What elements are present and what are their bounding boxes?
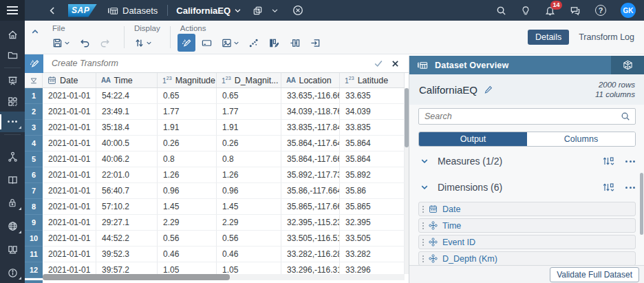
drag-handle-icon[interactable]: [422, 222, 424, 229]
table-cell[interactable]: 33.635: [340, 88, 405, 104]
table-cell[interactable]: 33.835: [340, 120, 405, 136]
avatar[interactable]: GK: [621, 3, 636, 18]
sort-dimensions-button[interactable]: [602, 182, 616, 192]
sort-measures-button[interactable]: [602, 156, 616, 166]
table-cell[interactable]: 35.892,-117.739: [281, 167, 340, 183]
create-transform-button[interactable]: [178, 34, 195, 52]
filter-all-button[interactable]: [25, 73, 43, 87]
details-button[interactable]: Details: [528, 30, 569, 45]
search-button[interactable]: [496, 6, 506, 16]
row-number[interactable]: 8: [25, 199, 43, 215]
search-input[interactable]: [419, 112, 621, 121]
table-cell[interactable]: 22:01.0: [96, 167, 158, 183]
table-cell[interactable]: 0.96: [158, 183, 217, 199]
notifications-button[interactable]: 14: [545, 6, 555, 16]
table-cell[interactable]: 0.65: [217, 88, 281, 104]
collapse-dimensions-button[interactable]: [420, 183, 429, 191]
smart-wrangling-button[interactable]: [245, 34, 263, 52]
sidebar-item-system[interactable]: [0, 240, 25, 260]
nav-datasets[interactable]: Datasets: [108, 6, 158, 16]
collapse-measures-button[interactable]: [420, 157, 429, 165]
table-cell[interactable]: 1.45: [158, 199, 217, 215]
geo-enrichment-button[interactable]: [219, 34, 242, 52]
drag-handle-icon[interactable]: [422, 255, 424, 262]
table-cell[interactable]: 2.29: [217, 215, 281, 231]
drag-handle-icon[interactable]: [422, 206, 424, 213]
table-cell[interactable]: 33.835,-117.847: [281, 120, 340, 136]
column-header-magnitude[interactable]: 123Magnitude: [158, 73, 217, 87]
table-cell[interactable]: 32.395: [340, 215, 405, 231]
table-cell[interactable]: 34.039: [340, 104, 405, 120]
panel-scrollbar[interactable]: [640, 125, 643, 262]
table-cell[interactable]: 35:18.4: [96, 120, 158, 136]
column-header-date[interactable]: Date: [43, 73, 96, 87]
row-number[interactable]: 9: [25, 215, 43, 231]
row-number[interactable]: 11: [25, 247, 43, 262]
table-cell[interactable]: 2021-01-01: [43, 120, 96, 136]
sort-button[interactable]: [131, 34, 155, 52]
edit-name-button[interactable]: [484, 85, 493, 94]
table-cell[interactable]: 2021-01-01: [43, 104, 96, 120]
dimension-item-d-depth-km-[interactable]: D_Depth (Km): [418, 251, 636, 266]
back-button[interactable]: [48, 6, 57, 15]
table-cell[interactable]: 33.505: [340, 231, 405, 247]
table-cell[interactable]: 0.46: [158, 247, 217, 262]
save-button[interactable]: [50, 34, 73, 52]
table-cell[interactable]: 35.865: [340, 199, 405, 215]
sidebar-item-security[interactable]: [0, 193, 25, 213]
menu-button[interactable]: [0, 0, 25, 21]
table-cell[interactable]: 2021-01-01: [43, 215, 96, 231]
column-header-time[interactable]: AATime: [96, 73, 158, 87]
table-cell[interactable]: 35.864,-117.647: [281, 136, 340, 151]
sidebar-item-info[interactable]: [0, 262, 25, 283]
collapse-toolbar-button[interactable]: [25, 21, 45, 54]
table-cell[interactable]: 56:40.7: [96, 183, 158, 199]
table-cell[interactable]: 2021-01-01: [43, 167, 96, 183]
edit-column-button[interactable]: [266, 34, 283, 52]
sidebar-item-modeler[interactable]: [0, 147, 25, 167]
tab-output[interactable]: Output: [419, 132, 527, 146]
open-in-window-button[interactable]: [253, 6, 263, 16]
sidebar-item-catalog[interactable]: [0, 169, 25, 190]
table-cell[interactable]: 2021-01-01: [43, 199, 96, 215]
close-dataset-button[interactable]: [292, 5, 303, 16]
validate-full-dataset-button[interactable]: Validate Full Dataset: [550, 267, 639, 282]
row-number[interactable]: 3: [25, 120, 43, 136]
insights-button[interactable]: [521, 6, 530, 16]
sidebar-item-stories[interactable]: [0, 70, 25, 91]
table-cell[interactable]: 1.77: [217, 104, 281, 120]
export-button[interactable]: [307, 34, 325, 52]
redo-button[interactable]: [96, 34, 114, 52]
table-cell[interactable]: 35.864: [340, 151, 405, 167]
confirm-transform-button[interactable]: [374, 59, 383, 68]
table-cell[interactable]: 0.96: [217, 183, 281, 199]
table-cell[interactable]: 0.8: [158, 151, 217, 167]
dimension-item-event-id[interactable]: Event ID: [418, 235, 636, 249]
help-button[interactable]: [595, 5, 606, 16]
table-cell[interactable]: 35.865,-117.667: [281, 199, 340, 215]
table-cell[interactable]: 35.892: [340, 167, 405, 183]
discussions-button[interactable]: [570, 6, 581, 16]
table-cell[interactable]: 35.864,-117.663: [281, 151, 340, 167]
table-cell[interactable]: 54:22.4: [96, 88, 158, 104]
table-cell[interactable]: 0.26: [158, 136, 217, 151]
table-cell[interactable]: 0.46: [217, 247, 281, 262]
table-cell[interactable]: 0.26: [217, 136, 281, 151]
transform-log-link[interactable]: Transform Log: [579, 32, 634, 42]
tab-columns[interactable]: Columns: [527, 132, 635, 146]
dimensions-overflow-button[interactable]: [625, 187, 635, 189]
sidebar-item-home[interactable]: [0, 25, 25, 45]
table-cell[interactable]: 2021-01-01: [43, 136, 96, 151]
measures-overflow-button[interactable]: [625, 160, 635, 163]
search-icon[interactable]: [621, 112, 635, 121]
sidebar-item-more[interactable]: [0, 112, 25, 132]
table-cell[interactable]: 35.86,-117.664: [281, 183, 340, 199]
table-cell[interactable]: 44:52.2: [96, 231, 158, 247]
row-number[interactable]: 12: [25, 262, 43, 278]
table-cell[interactable]: 0.56: [158, 231, 217, 247]
table-cell[interactable]: 2021-01-01: [43, 151, 96, 167]
table-cell[interactable]: 29:27.1: [96, 215, 158, 231]
table-cell[interactable]: 0.56: [217, 231, 281, 247]
drag-handle-icon[interactable]: [422, 239, 424, 246]
table-cell[interactable]: 1.26: [158, 167, 217, 183]
